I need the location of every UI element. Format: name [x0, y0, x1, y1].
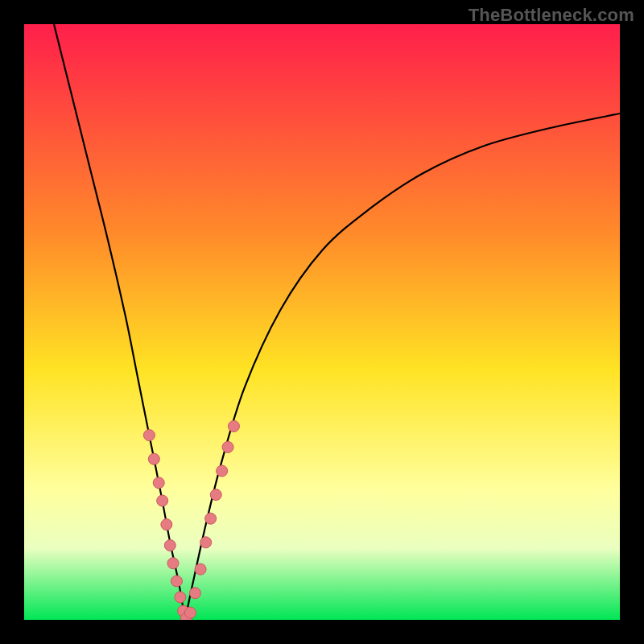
- data-marker: [210, 489, 221, 501]
- data-marker: [171, 576, 182, 587]
- data-marker: [189, 588, 200, 599]
- data-marker: [157, 495, 168, 506]
- data-marker: [222, 441, 233, 452]
- data-marker: [175, 592, 186, 603]
- data-marker: [184, 607, 196, 618]
- data-marker: [153, 477, 164, 489]
- data-marker: [195, 564, 206, 575]
- data-marker: [161, 519, 172, 530]
- chart-frame: TheBottleneck.com: [0, 0, 644, 644]
- data-marker: [217, 465, 228, 477]
- watermark-text: TheBottleneck.com: [469, 5, 634, 26]
- gradient-background: [24, 24, 620, 620]
- data-marker: [143, 430, 155, 441]
- data-marker: [228, 421, 239, 432]
- chart-svg: [24, 24, 620, 620]
- data-marker: [148, 453, 159, 464]
- plot-area: [24, 24, 620, 620]
- data-marker: [200, 537, 212, 548]
- data-marker: [205, 513, 217, 524]
- data-marker: [167, 558, 179, 569]
- data-marker: [164, 540, 175, 551]
